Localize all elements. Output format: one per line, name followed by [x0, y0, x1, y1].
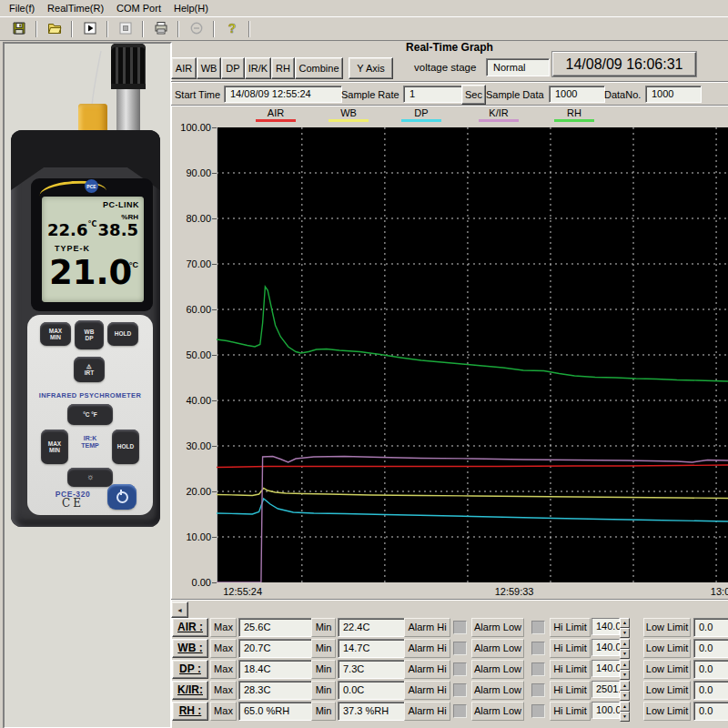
- spinner-up-icon[interactable]: ▲: [620, 681, 630, 691]
- brand-logo: PCE: [85, 179, 98, 193]
- spinner-up-icon[interactable]: ▲: [620, 639, 630, 649]
- toolbar-separator: [248, 21, 250, 37]
- y-tick-mark: [212, 173, 217, 174]
- x-tick-label: 12:55:24: [223, 586, 262, 597]
- save-button[interactable]: [6, 19, 31, 39]
- stop-icon: [118, 21, 133, 37]
- device-power-button: [107, 484, 136, 510]
- spinner-down-icon[interactable]: ▼: [620, 628, 630, 638]
- x-tick-label: 13:0: [711, 586, 728, 597]
- help-button[interactable]: ?: [219, 19, 244, 39]
- series-dp: [217, 499, 728, 521]
- table-row-dp: DP :Max18.4CMin7.3CAlarm HiAlarm LowHi L…: [0, 660, 728, 679]
- sec-button[interactable]: Sec: [461, 85, 486, 105]
- spinner-down-icon[interactable]: ▼: [620, 649, 630, 659]
- spinner-up-icon[interactable]: ▲: [620, 702, 630, 712]
- min-label: Min: [311, 639, 336, 658]
- max-label: Max: [210, 618, 237, 637]
- menu-realtime-r[interactable]: RealTime(R): [42, 1, 111, 15]
- lcd-status: PC-LINK: [103, 200, 139, 209]
- y-tick-label: 10.00: [173, 531, 211, 542]
- alarm-hi-label: Alarm Hi: [404, 618, 450, 637]
- air-alarm-hi-indicator: [453, 621, 467, 634]
- channel-air-button[interactable]: AIR: [171, 57, 197, 79]
- kir-max-value: 28.3C: [238, 681, 312, 700]
- min-label: Min: [311, 702, 336, 721]
- legend-rh: RH: [554, 107, 594, 122]
- low-limit-label: Low Limit: [643, 660, 691, 679]
- y-tick-mark: [212, 264, 217, 265]
- sample-rate-input[interactable]: 1: [403, 86, 465, 103]
- scroll-left-button[interactable]: ◄: [171, 602, 188, 618]
- table-row-air: AIR :Max25.6CMin22.4CAlarm HiAlarm LowHi…: [0, 618, 728, 637]
- hi-limit-label: Hi Limit: [550, 681, 591, 700]
- spinner-value[interactable]: 2501.0: [592, 681, 620, 698]
- wb-hi-limit-spinner[interactable]: 140.0▲▼: [592, 639, 630, 656]
- toolbar-separator: [142, 21, 144, 37]
- spinner-value[interactable]: 140.0: [592, 639, 620, 656]
- dp-hi-limit-spinner[interactable]: 140.0▲▼: [592, 660, 630, 677]
- y-tick-label: 30.00: [173, 440, 211, 451]
- start-button[interactable]: [77, 19, 102, 39]
- realtime-chart: [217, 127, 728, 582]
- disconnect-icon: [189, 21, 204, 37]
- toolbar-separator: [213, 21, 215, 37]
- spinner-down-icon[interactable]: ▼: [620, 670, 630, 680]
- low-limit-label: Low Limit: [643, 681, 691, 700]
- rh-row-button[interactable]: RH :: [172, 702, 208, 721]
- max-label: Max: [210, 660, 237, 679]
- alarm-low-label: Alarm Low: [471, 681, 524, 700]
- start-icon: [83, 21, 97, 37]
- spinner-value[interactable]: 100.0: [592, 702, 620, 719]
- air-row-button[interactable]: AIR :: [172, 618, 208, 637]
- legend-label: K/IR: [479, 107, 519, 118]
- channel-ir-k-button[interactable]: IR/K: [245, 57, 271, 79]
- open-button[interactable]: [42, 19, 66, 39]
- spinner-up-icon[interactable]: ▲: [620, 618, 630, 628]
- menu-help-h[interactable]: Help(H): [168, 1, 216, 15]
- channel-dp-button[interactable]: DP: [221, 57, 245, 79]
- rh-alarm-hi-indicator: [453, 704, 467, 718]
- device-caption: INFRARED PSYCHROMETER: [27, 391, 153, 399]
- series-rh: [217, 287, 728, 381]
- legend-color-bar: [479, 119, 519, 122]
- max-label: Max: [210, 702, 237, 721]
- lcd-type-label: TYPE-K: [55, 244, 90, 253]
- hi-limit-label: Hi Limit: [550, 702, 591, 721]
- rh-alarm-low-indicator: [531, 704, 545, 718]
- spinner-down-icon[interactable]: ▼: [620, 712, 630, 722]
- low-limit-label: Low Limit: [643, 618, 691, 637]
- air-hi-limit-spinner[interactable]: 140.0▲▼: [592, 618, 630, 635]
- kir-row-button[interactable]: K/IR:: [172, 681, 208, 700]
- y-tick-label: 80.00: [173, 213, 211, 224]
- sample-data-input[interactable]: 1000: [549, 86, 605, 103]
- channel-rh-button[interactable]: RH: [271, 57, 295, 79]
- humidity-probe: [111, 44, 146, 89]
- channel-wb-button[interactable]: WB: [197, 57, 221, 79]
- alarm-low-label: Alarm Low: [471, 660, 524, 679]
- disconnect-button[interactable]: [184, 19, 208, 39]
- wb-alarm-hi-indicator: [453, 642, 467, 655]
- rh-hi-limit-spinner[interactable]: 100.0▲▼: [592, 702, 630, 719]
- svg-text:?: ?: [228, 21, 236, 35]
- dp-row-button[interactable]: DP :: [172, 660, 208, 679]
- print-button[interactable]: [148, 19, 173, 39]
- y-axis-button[interactable]: Y Axis: [349, 57, 393, 79]
- kir-alarm-low-indicator: [531, 683, 545, 697]
- spinner-down-icon[interactable]: ▼: [620, 691, 630, 701]
- wb-row-button[interactable]: WB :: [172, 639, 208, 658]
- thermocouple-wire: [83, 47, 110, 107]
- dp-alarm-hi-indicator: [453, 662, 467, 676]
- y-tick-mark: [212, 582, 217, 583]
- menu-com-port[interactable]: COM Port: [111, 1, 168, 15]
- stop-button[interactable]: [113, 19, 137, 39]
- spinner-value[interactable]: 140.0: [592, 660, 620, 677]
- spinner-value[interactable]: 140.0: [592, 618, 620, 635]
- menu-file-f[interactable]: File(f): [4, 1, 42, 15]
- low-limit-label: Low Limit: [643, 639, 691, 658]
- spinner-up-icon[interactable]: ▲: [620, 660, 630, 670]
- voltage-stage-value: Normal: [486, 58, 550, 76]
- kir-hi-limit-spinner[interactable]: 2501.0▲▼: [592, 681, 630, 698]
- print-icon: [154, 21, 168, 37]
- channel-combine-button[interactable]: Combine: [295, 57, 343, 79]
